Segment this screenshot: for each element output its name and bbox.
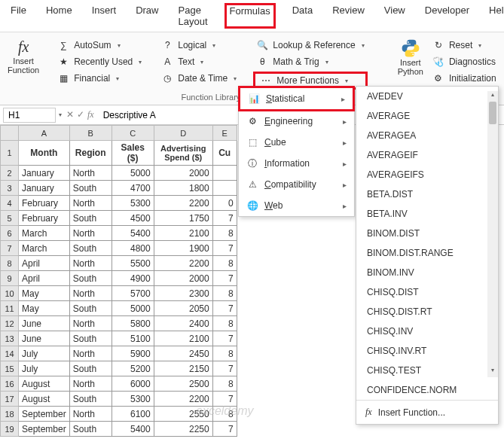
cell[interactable]: South: [69, 422, 111, 437]
row-header[interactable]: 17: [1, 392, 19, 407]
cell[interactable]: 8: [212, 316, 237, 331]
datetime-button[interactable]: ◷Date & Time▾: [158, 72, 240, 85]
lookup-button[interactable]: 🔍Lookup & Reference▾: [253, 38, 367, 52]
enter-icon[interactable]: ✓: [77, 109, 84, 120]
cell[interactable]: 4800: [111, 241, 154, 256]
cell[interactable]: North: [69, 166, 111, 181]
cell[interactable]: June: [19, 331, 70, 346]
cell[interactable]: 2100: [154, 226, 212, 241]
header-cell[interactable]: Advertising Spend ($): [154, 141, 212, 166]
cell[interactable]: 5300: [111, 392, 154, 407]
header-cell[interactable]: Cu: [212, 141, 237, 166]
cell[interactable]: 1800: [154, 181, 212, 196]
cell[interactable]: 8: [212, 376, 237, 392]
row-header[interactable]: 9: [1, 271, 19, 286]
cell[interactable]: North: [69, 196, 111, 211]
cell[interactable]: 2400: [154, 316, 212, 331]
cell[interactable]: 8: [212, 286, 237, 301]
menu-page-layout[interactable]: Page Layout: [176, 3, 211, 29]
recently-used-button[interactable]: ★Recently Used▾: [54, 55, 145, 69]
math-button[interactable]: θMath & Trig▾: [253, 55, 367, 69]
cell[interactable]: [212, 181, 237, 196]
menu-item-statistical[interactable]: 📊Statistical▸: [238, 86, 355, 111]
cell[interactable]: North: [69, 256, 111, 271]
insert-function-footer[interactable]: fx Insert Function...: [356, 400, 498, 424]
menu-item-engineering[interactable]: ⚙Engineering▸: [239, 111, 354, 132]
cell[interactable]: 5400: [111, 422, 154, 437]
header-cell[interactable]: Sales ($): [111, 141, 154, 166]
cell[interactable]: 5900: [111, 346, 154, 361]
function-binom-dist-range[interactable]: BINOM.DIST.RANGE: [356, 243, 498, 263]
cell[interactable]: 7: [212, 271, 237, 286]
insert-function-button[interactable]: fx Insert Function: [8, 38, 39, 102]
function-average[interactable]: AVERAGE: [356, 106, 498, 126]
cell[interactable]: May: [19, 286, 70, 301]
cell[interactable]: 5500: [111, 256, 154, 271]
cell[interactable]: September: [19, 407, 70, 422]
cell[interactable]: [212, 166, 237, 181]
cell[interactable]: January: [19, 166, 70, 181]
cell[interactable]: 2050: [154, 301, 212, 316]
row-header[interactable]: 5: [1, 211, 19, 226]
cell[interactable]: July: [19, 361, 70, 376]
row-header[interactable]: 2: [1, 166, 19, 181]
function-chisq-inv-rt[interactable]: CHISQ.INV.RT: [356, 341, 498, 361]
menu-review[interactable]: Review: [329, 3, 368, 29]
cell[interactable]: South: [69, 392, 111, 407]
function-chisq-dist[interactable]: CHISQ.DIST: [356, 282, 498, 302]
row-header[interactable]: 10: [1, 286, 19, 301]
cell[interactable]: North: [69, 316, 111, 331]
cell[interactable]: 2250: [154, 422, 212, 437]
col-header-C[interactable]: C: [111, 126, 154, 141]
cell[interactable]: 2300: [154, 286, 212, 301]
col-header-E[interactable]: E: [212, 126, 237, 141]
row-header[interactable]: 18: [1, 407, 19, 422]
name-box[interactable]: [3, 108, 56, 123]
cell[interactable]: 2550: [154, 407, 212, 422]
menu-insert[interactable]: Insert: [89, 3, 120, 29]
row-header[interactable]: 3: [1, 181, 19, 196]
cell[interactable]: 5800: [111, 316, 154, 331]
cell[interactable]: South: [69, 361, 111, 376]
autosum-button[interactable]: ∑AutoSum▾: [54, 38, 145, 52]
cell[interactable]: August: [19, 392, 70, 407]
cell[interactable]: September: [19, 422, 70, 437]
scroll-up-icon[interactable]: ▴: [487, 91, 498, 102]
row-header[interactable]: 19: [1, 422, 19, 437]
cell[interactable]: 8: [212, 226, 237, 241]
row-header[interactable]: 14: [1, 346, 19, 361]
reset-button[interactable]: ↻Reset▾: [429, 38, 499, 52]
row-header[interactable]: 16: [1, 376, 19, 392]
menu-data[interactable]: Data: [289, 3, 316, 29]
cell[interactable]: 2000: [154, 166, 212, 181]
financial-button[interactable]: ▦Financial▾: [54, 72, 145, 85]
cell[interactable]: 7: [212, 211, 237, 226]
cell[interactable]: March: [19, 241, 70, 256]
cell[interactable]: North: [69, 346, 111, 361]
menu-item-web[interactable]: 🌐Web▸: [239, 195, 354, 216]
row-header[interactable]: 4: [1, 196, 19, 211]
cell[interactable]: North: [69, 376, 111, 392]
cell[interactable]: South: [69, 301, 111, 316]
col-header-B[interactable]: B: [69, 126, 111, 141]
cell[interactable]: 2450: [154, 346, 212, 361]
cancel-icon[interactable]: ✕: [66, 109, 74, 120]
logical-button[interactable]: ?Logical▾: [158, 38, 240, 52]
menu-home[interactable]: Home: [43, 3, 75, 29]
function-binom-inv[interactable]: BINOM.INV: [356, 263, 498, 282]
row-header[interactable]: 12: [1, 316, 19, 331]
function-beta-inv[interactable]: BETA.INV: [356, 204, 498, 224]
cell[interactable]: 8: [212, 407, 237, 422]
cell[interactable]: 8: [212, 256, 237, 271]
cell[interactable]: February: [19, 211, 70, 226]
cell[interactable]: 5300: [111, 196, 154, 211]
row-header[interactable]: 13: [1, 331, 19, 346]
diagnostics-button[interactable]: 🩺Diagnostics: [429, 55, 499, 69]
cell[interactable]: 5700: [111, 286, 154, 301]
cell[interactable]: 2100: [154, 331, 212, 346]
cell[interactable]: August: [19, 376, 70, 392]
row-header[interactable]: 11: [1, 301, 19, 316]
menu-file[interactable]: File: [8, 3, 29, 29]
row-header[interactable]: 15: [1, 361, 19, 376]
menu-developer[interactable]: Developer: [422, 3, 472, 29]
